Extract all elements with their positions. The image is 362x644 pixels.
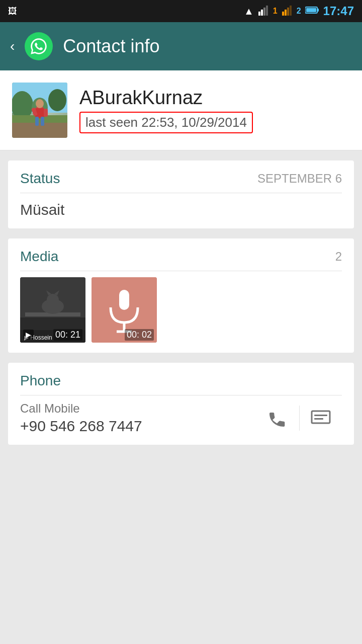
signal1-icon bbox=[258, 6, 269, 17]
svg-rect-9 bbox=[317, 9, 319, 12]
svg-rect-23 bbox=[44, 109, 48, 117]
svg-point-18 bbox=[36, 99, 44, 108]
video-duration: 00: 21 bbox=[53, 329, 82, 341]
phone-card-header: Phone bbox=[8, 363, 354, 395]
svg-rect-39 bbox=[314, 418, 323, 420]
svg-rect-2 bbox=[263, 8, 265, 16]
profile-info: ABurakKurnaz last seen 22:53, 10/29/2014 bbox=[79, 87, 350, 133]
phone-number: +90 546 268 7447 bbox=[20, 418, 257, 435]
svg-point-28 bbox=[47, 294, 59, 306]
media-thumb-video[interactable]: ▶ Hossein ▶ 00: 21 bbox=[20, 277, 85, 343]
media-thumb-audio[interactable]: 00: 02 bbox=[92, 277, 157, 343]
svg-rect-37 bbox=[312, 411, 330, 423]
battery-icon bbox=[305, 6, 319, 17]
call-button[interactable] bbox=[257, 403, 299, 433]
status-content: Müsait bbox=[8, 193, 354, 228]
status-bar-left: 🖼 bbox=[8, 6, 17, 17]
svg-point-13 bbox=[48, 89, 66, 111]
back-button[interactable]: ‹ bbox=[10, 38, 15, 54]
whatsapp-logo bbox=[25, 32, 53, 60]
phone-content: Call Mobile +90 546 268 7447 bbox=[8, 395, 354, 445]
svg-rect-6 bbox=[287, 8, 289, 16]
svg-point-12 bbox=[12, 91, 33, 119]
status-card: Status SEPTEMBER 6 Müsait bbox=[8, 160, 354, 228]
call-label: Call Mobile bbox=[20, 401, 257, 416]
svg-rect-7 bbox=[290, 6, 292, 16]
contact-name: ABurakKurnaz bbox=[79, 87, 350, 109]
svg-rect-38 bbox=[314, 415, 327, 416]
status-text: Müsait bbox=[20, 201, 64, 218]
image-icon: 🖼 bbox=[8, 6, 17, 17]
sim1-label: 1 bbox=[273, 7, 278, 16]
phone-title: Phone bbox=[20, 373, 61, 389]
svg-rect-1 bbox=[261, 10, 263, 16]
svg-rect-34 bbox=[119, 290, 129, 310]
svg-rect-0 bbox=[258, 12, 260, 16]
page-background bbox=[0, 455, 362, 606]
sim2-label: 2 bbox=[297, 7, 301, 16]
media-card: Media 2 ▶ Hossein ▶ 00: 21 bbox=[8, 238, 354, 353]
media-card-header: Media 2 bbox=[8, 238, 354, 271]
phone-card: Phone Call Mobile +90 546 268 7447 bbox=[8, 363, 354, 445]
status-card-header: Status SEPTEMBER 6 bbox=[8, 160, 354, 193]
svg-rect-21 bbox=[41, 117, 44, 126]
page-title: Contact info bbox=[63, 36, 159, 57]
svg-rect-20 bbox=[35, 117, 39, 126]
audio-duration: 00: 02 bbox=[125, 329, 154, 341]
media-thumbnails: ▶ Hossein ▶ 00: 21 00: 02 bbox=[8, 271, 354, 353]
signal2-icon bbox=[282, 6, 293, 17]
time-display: 17:47 bbox=[323, 4, 354, 18]
phone-actions bbox=[257, 403, 342, 433]
svg-rect-4 bbox=[282, 12, 284, 16]
status-bar: 🖼 ▲ 1 2 bbox=[0, 0, 362, 22]
last-seen: last seen 22:53, 10/29/2014 bbox=[79, 112, 253, 133]
phone-details: Call Mobile +90 546 268 7447 bbox=[20, 401, 257, 435]
media-count: 2 bbox=[335, 250, 342, 264]
svg-rect-5 bbox=[285, 10, 287, 16]
wifi-icon: ▲ bbox=[244, 6, 254, 17]
media-title: Media bbox=[20, 249, 58, 265]
status-title: Status bbox=[20, 171, 60, 187]
avatar[interactable] bbox=[12, 83, 67, 138]
svg-rect-10 bbox=[306, 8, 316, 12]
message-button[interactable] bbox=[300, 403, 342, 433]
status-date: SEPTEMBER 6 bbox=[257, 172, 342, 186]
video-play-icon: ▶ bbox=[23, 330, 34, 340]
app-bar: ‹ Contact info bbox=[0, 22, 362, 70]
profile-section: ABurakKurnaz last seen 22:53, 10/29/2014 bbox=[0, 70, 362, 150]
svg-rect-3 bbox=[266, 6, 268, 16]
status-bar-right: ▲ 1 2 bbox=[244, 4, 354, 18]
